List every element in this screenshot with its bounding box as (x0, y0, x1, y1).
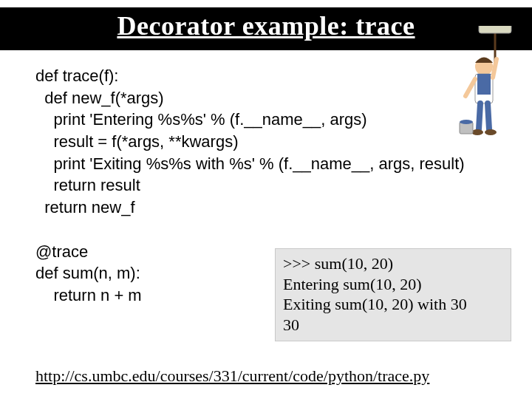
output-box: >>> sum(10, 20) Entering sum(10, 20) Exi… (275, 248, 511, 341)
svg-rect-1 (479, 26, 511, 33)
source-link[interactable]: http://cs.umbc.edu/courses/331/current/c… (35, 366, 429, 386)
svg-line-6 (493, 59, 497, 78)
svg-line-8 (488, 103, 489, 129)
svg-point-10 (485, 129, 497, 135)
slide: Decorator example: trace def trace(f): d… (0, 0, 532, 399)
svg-line-5 (466, 79, 475, 96)
svg-rect-4 (477, 74, 491, 95)
painter-illustration (451, 26, 517, 137)
svg-line-7 (479, 103, 480, 129)
slide-title: Decorator example: trace (117, 11, 415, 41)
svg-point-12 (460, 120, 473, 124)
